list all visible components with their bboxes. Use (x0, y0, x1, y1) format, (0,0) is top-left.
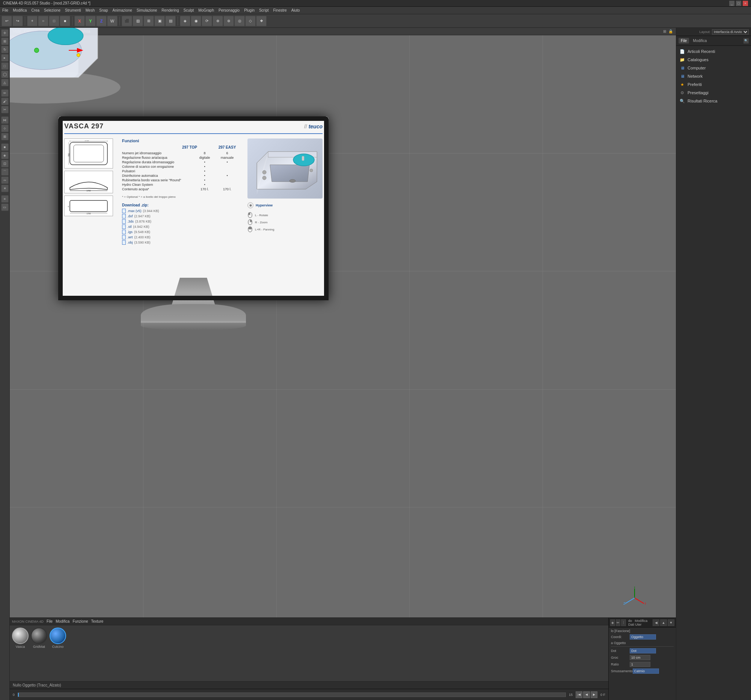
file-item-network[interactable]: 🖥 Network (676, 72, 751, 80)
toolbar-m6[interactable]: ◎ (234, 16, 245, 26)
sidebar-snap[interactable]: ⊹ (1, 125, 9, 132)
menu-rendering[interactable]: Rendering (161, 8, 179, 12)
menu-snap[interactable]: Snap (99, 8, 108, 12)
menu-finestre[interactable]: Finestre (274, 8, 287, 12)
toolbar-world[interactable]: W (107, 16, 117, 26)
file-item-computer[interactable]: 🖥 Computer (676, 64, 751, 72)
mat-menu-file[interactable]: File (46, 619, 53, 623)
menu-animazione[interactable]: Animazione (113, 8, 132, 12)
mat-menu-modifica[interactable]: Modifica (56, 619, 70, 623)
sidebar-select3[interactable]: ◯ (1, 71, 9, 78)
menu-file[interactable]: File (2, 8, 8, 12)
sidebar-magnet[interactable]: ⋈ (1, 116, 9, 124)
sidebar-cut[interactable]: ✂ (1, 106, 9, 113)
toolbar-x[interactable]: X (74, 16, 85, 26)
toolbar-add[interactable]: + (27, 16, 37, 26)
sp-icon1[interactable]: ◈ (610, 619, 615, 626)
download-stl[interactable]: 📄 .stl (4.942 KB) (122, 224, 238, 229)
sidebar-pen[interactable]: ✏ (1, 89, 9, 97)
timeline-prev-frame[interactable]: ◀ (583, 691, 590, 698)
menu-script[interactable]: Script (259, 8, 269, 12)
toolbar-circle[interactable]: ○ (38, 16, 48, 26)
hyperview-link[interactable]: ⊕ Hyperview (247, 202, 323, 208)
material-ball-gridmat[interactable] (31, 628, 47, 644)
menu-personaggio[interactable]: Personaggio (219, 8, 240, 12)
sidebar-scale[interactable]: ⊞ (1, 37, 9, 45)
file-item-preferiti[interactable]: ★ Preferiti (676, 80, 751, 89)
sp-icon2[interactable]: ✏ (616, 619, 621, 626)
sidebar-nurbs[interactable]: ∾ (1, 176, 9, 184)
sidebar-cube[interactable]: ■ (1, 143, 9, 151)
rpanel-search-icon[interactable]: 🔍 (743, 38, 749, 43)
toolbar-square[interactable]: ■ (60, 16, 70, 26)
menu-selezione[interactable]: Selezione (44, 8, 60, 12)
sp-smuss-dropdown[interactable]: Catmio (633, 668, 659, 674)
material-ball-cutcino[interactable] (49, 628, 66, 644)
menu-aiuto[interactable]: Aiuto (291, 8, 300, 12)
sidebar-layers[interactable]: ≡ (1, 195, 9, 203)
download-max[interactable]: 📄 .max (v5) (3.944 KB) (122, 209, 238, 213)
rpanel-tab-file[interactable]: File (678, 38, 689, 43)
sidebar-rotate[interactable]: ↻ (1, 46, 9, 53)
layout-select[interactable]: Interfaccia di Avvio (712, 29, 749, 34)
close-button[interactable]: × (743, 1, 748, 6)
toolbar-m5[interactable]: ⊛ (223, 16, 234, 26)
toolbar-m7[interactable]: ◇ (245, 16, 256, 26)
sidebar-paint[interactable]: 🖌 (1, 97, 9, 105)
material-ball-vasca[interactable] (12, 628, 29, 644)
toolbar-m8[interactable]: ❖ (256, 16, 267, 26)
sidebar-move[interactable]: ✛ (1, 29, 9, 37)
menu-crea[interactable]: Crea (31, 8, 39, 12)
menu-sculpt[interactable]: Sculpt (184, 8, 194, 12)
toolbar-r5[interactable]: ▤ (165, 16, 176, 26)
sidebar-select4[interactable]: ◬ (1, 79, 9, 86)
download-wrt[interactable]: 📄 .wrt (2.400 KB) (122, 235, 238, 239)
toolbar-m1[interactable]: ◈ (180, 16, 190, 26)
sp-dot-dropdown[interactable]: Dot (630, 648, 656, 654)
toolbar-r1[interactable]: ⬛ (122, 16, 132, 26)
sidebar-deform[interactable]: ⊡ (1, 160, 9, 167)
toolbar-m3[interactable]: ⟳ (202, 16, 212, 26)
toolbar-redo[interactable]: ↪ (12, 16, 23, 26)
sp-size-input[interactable] (630, 655, 651, 660)
sidebar-light[interactable]: ☀ (1, 185, 9, 192)
viewport-lock-icon[interactable]: 🔒 (668, 29, 673, 33)
download-3ds[interactable]: 📄 .3ds (3.876 KB) (122, 219, 238, 224)
sp-down[interactable]: ▼ (668, 619, 674, 626)
menu-strumenti[interactable]: Strumenti (65, 8, 81, 12)
sidebar-measure[interactable]: ⊞ (1, 133, 9, 140)
timeline-play[interactable]: ▶ (591, 691, 597, 698)
menu-plugin[interactable]: Plugin (244, 8, 255, 12)
menu-modifica[interactable]: Modifica (13, 8, 27, 12)
download-dxf[interactable]: 📄 .dxf (2.947 KB) (122, 214, 238, 219)
mat-menu-funzione[interactable]: Funzione (73, 619, 88, 623)
menu-mograph[interactable]: MoGraph (198, 8, 214, 12)
sidebar-floor[interactable]: ▭ (1, 204, 9, 211)
sidebar-select1[interactable]: ▸ (1, 54, 9, 62)
sp-coord-dropdown[interactable]: Oggetto (630, 634, 656, 640)
rpanel-tab-modifica[interactable]: Modifica (691, 38, 709, 43)
toolbar-cube[interactable]: □ (49, 16, 59, 26)
download-igs[interactable]: 📄 .igs (9.548 KB) (122, 230, 238, 234)
file-item-risultati[interactable]: 🔍 Risultati Ricerca (676, 97, 751, 105)
toolbar-r3[interactable]: ⊞ (144, 16, 154, 26)
viewport-expand-icon[interactable]: ⊞ (663, 29, 666, 33)
menu-mesh[interactable]: Mesh (86, 8, 94, 12)
file-item-articoli[interactable]: 📄 Articoli Recenti (676, 47, 751, 56)
sp-icon3[interactable]: ⋮ (621, 619, 626, 626)
mat-menu-texture[interactable]: Texture (91, 619, 104, 623)
sidebar-select2[interactable]: □ (1, 62, 9, 70)
toolbar-y[interactable]: Y (85, 16, 96, 26)
sidebar-obj[interactable]: ◈ (1, 152, 9, 159)
toolbar-z[interactable]: Z (96, 16, 107, 26)
toolbar-m4[interactable]: ⊕ (213, 16, 223, 26)
timeline-track[interactable] (18, 692, 566, 697)
maximize-button[interactable]: □ (736, 1, 741, 6)
toolbar-undo[interactable]: ↩ (2, 16, 12, 26)
sidebar-spline[interactable]: ⌒ (1, 168, 9, 176)
toolbar-r2[interactable]: ▨ (133, 16, 143, 26)
minimize-button[interactable]: _ (729, 1, 734, 6)
toolbar-m2[interactable]: ◉ (191, 16, 201, 26)
toolbar-r4[interactable]: ▣ (155, 16, 165, 26)
sp-ratio-input[interactable] (630, 662, 651, 667)
